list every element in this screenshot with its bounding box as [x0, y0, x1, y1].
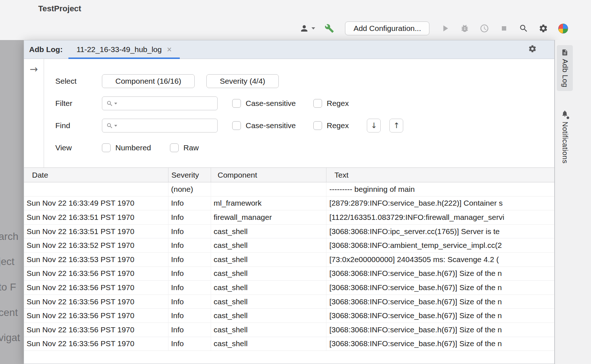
case-sensitive-label: Case-sensitive: [246, 121, 296, 130]
right-tool-stripe: Adb Log Notifications: [555, 40, 591, 364]
ide-screen: TestProject Add Configuration...: [0, 0, 591, 364]
log-text-cell: [3068:3068:INFO:service_base.h(67)] Size…: [326, 323, 554, 337]
regex-checkbox[interactable]: [313, 121, 322, 130]
find-regex-option: Regex: [313, 121, 349, 130]
background-text-fragment: to F: [0, 281, 16, 293]
log-row[interactable]: Sun Nov 22 16:33:51 PST 1970 Info cast_s…: [24, 225, 554, 239]
log-component-cell: cast_shell: [211, 225, 326, 238]
adb-log-toolwindow: Adb Log: 11-22_16-33-49_hub_log × →: [24, 40, 555, 364]
find-input[interactable]: [120, 122, 214, 130]
log-row[interactable]: Sun Nov 22 16:33:56 PST 1970 Info cast_s…: [24, 267, 554, 281]
search-options-caret-icon[interactable]: [114, 125, 117, 127]
log-row[interactable]: Sun Nov 22 16:33:52 PST 1970 Info cast_s…: [24, 238, 554, 253]
log-component-cell: cast_shell: [211, 281, 326, 294]
raw-label: Raw: [183, 143, 199, 152]
log-component-cell: cast_shell: [211, 323, 326, 337]
view-row: View Numbered Raw: [55, 141, 554, 155]
profiler-button[interactable]: [479, 23, 490, 34]
profiler-icon: [480, 24, 489, 33]
numbered-label: Numbered: [115, 143, 151, 152]
log-text-cell: [73:0x2e00000000] 24043505 ms: Scavenge …: [326, 253, 554, 266]
column-header-text[interactable]: Text: [326, 168, 554, 182]
filter-input[interactable]: [120, 99, 214, 108]
log-row[interactable]: Sun Nov 22 16:33:53 PST 1970 Info cast_s…: [24, 253, 554, 267]
log-date-cell: Sun Nov 22 16:33:56 PST 1970: [24, 267, 168, 281]
log-date-cell: Sun Nov 22 16:33:51 PST 1970: [24, 225, 168, 238]
search-icon: [106, 122, 113, 129]
log-severity-cell: Info: [168, 225, 211, 238]
user-profile-button[interactable]: [299, 23, 315, 34]
log-row[interactable]: Sun Nov 22 16:33:51 PST 1970 Info firewa…: [24, 210, 554, 225]
column-header-component[interactable]: Component: [211, 168, 326, 182]
log-date-cell: [24, 182, 168, 196]
raw-option: Raw: [170, 143, 199, 152]
severity-filter-button[interactable]: Severity (4/4): [206, 74, 279, 88]
log-row[interactable]: (none) --------- beginning of main: [24, 182, 554, 197]
main-toolbar: Add Configuration...: [299, 20, 568, 36]
log-table-header: Date Severity Component Text: [24, 168, 554, 182]
log-severity-cell: (none): [168, 182, 211, 196]
log-row[interactable]: Sun Nov 22 16:33:56 PST 1970 Info cast_s…: [24, 323, 554, 337]
chevron-down-icon: [312, 27, 315, 29]
studio-logo-button[interactable]: [558, 23, 568, 34]
find-label: Find: [55, 121, 102, 130]
stripe-tab-label: Notifications: [561, 122, 569, 163]
search-icon: [519, 24, 528, 33]
find-search-box[interactable]: [102, 119, 218, 132]
case-sensitive-checkbox[interactable]: [232, 121, 241, 130]
component-filter-button[interactable]: Component (16/16): [102, 74, 195, 88]
numbered-checkbox[interactable]: [102, 143, 111, 152]
raw-checkbox[interactable]: [170, 143, 179, 152]
search-everywhere-button[interactable]: [518, 23, 529, 34]
regex-checkbox[interactable]: [313, 99, 322, 108]
log-date-cell: Sun Nov 22 16:33:51 PST 1970: [24, 210, 168, 224]
log-severity-cell: Info: [168, 281, 211, 294]
settings-button[interactable]: [538, 23, 549, 34]
close-icon[interactable]: ×: [167, 46, 171, 54]
log-component-cell: cast_shell: [211, 337, 326, 351]
build-button[interactable]: [324, 23, 335, 34]
stop-button[interactable]: [499, 23, 509, 34]
filter-case-sensitive-option: Case-sensitive: [232, 99, 296, 108]
log-severity-cell: Info: [168, 309, 211, 323]
stripe-tab-notifications[interactable]: Notifications: [557, 106, 573, 167]
log-date-cell: Sun Nov 22 16:33:56 PST 1970: [24, 281, 168, 294]
log-row[interactable]: Sun Nov 22 16:33:56 PST 1970 Info cast_s…: [24, 309, 554, 323]
case-sensitive-checkbox[interactable]: [232, 99, 241, 108]
find-previous-button[interactable]: ↑: [389, 119, 403, 132]
log-controls-panel: → Select Component (16/16) Severity (4/4…: [24, 59, 554, 167]
log-file-tab[interactable]: 11-22_16-33-49_hub_log ×: [68, 40, 180, 59]
play-icon: [440, 23, 450, 33]
log-severity-cell: Info: [168, 253, 211, 266]
find-case-sensitive-option: Case-sensitive: [232, 121, 296, 130]
search-options-caret-icon[interactable]: [114, 103, 117, 104]
background-text-fragment: arch: [0, 231, 18, 242]
background-text-fragment: ject: [0, 256, 15, 268]
log-row[interactable]: Sun Nov 22 16:33:56 PST 1970 Info cast_s…: [24, 295, 554, 309]
toolwindow-settings-button[interactable]: [528, 44, 537, 55]
stripe-tab-adb-log[interactable]: Adb Log: [557, 45, 573, 91]
column-header-severity[interactable]: Severity: [168, 168, 211, 182]
log-row[interactable]: Sun Nov 22 16:33:56 PST 1970 Info cast_s…: [24, 281, 554, 295]
log-date-cell: Sun Nov 22 16:33:56 PST 1970: [24, 337, 168, 351]
log-date-cell: Sun Nov 22 16:33:52 PST 1970: [24, 238, 168, 252]
log-component-cell: cast_shell: [211, 253, 326, 266]
find-next-button[interactable]: ↓: [367, 119, 381, 132]
case-sensitive-label: Case-sensitive: [246, 99, 296, 108]
add-configuration-button[interactable]: Add Configuration...: [345, 21, 429, 35]
find-row: Find Case-sensitive Regex ↓: [55, 119, 554, 132]
log-row[interactable]: Sun Nov 22 16:33:56 PST 1970 Info cast_s…: [24, 337, 554, 351]
debug-button[interactable]: [459, 23, 470, 34]
hammer-icon: [325, 24, 334, 33]
collapse-panel-button[interactable]: →: [30, 64, 38, 74]
log-row[interactable]: Sun Nov 22 16:33:49 PST 1970 Info ml_fra…: [24, 197, 554, 211]
log-component-cell: cast_shell: [211, 309, 326, 323]
run-button[interactable]: [440, 23, 451, 34]
log-severity-cell: Info: [168, 295, 211, 309]
arrow-down-icon: ↓: [371, 121, 377, 130]
column-header-date[interactable]: Date: [24, 168, 168, 182]
stripe-tab-label: Adb Log: [561, 59, 569, 87]
log-file-icon: [561, 49, 568, 56]
gear-icon: [539, 24, 548, 33]
filter-search-box[interactable]: [102, 96, 218, 110]
